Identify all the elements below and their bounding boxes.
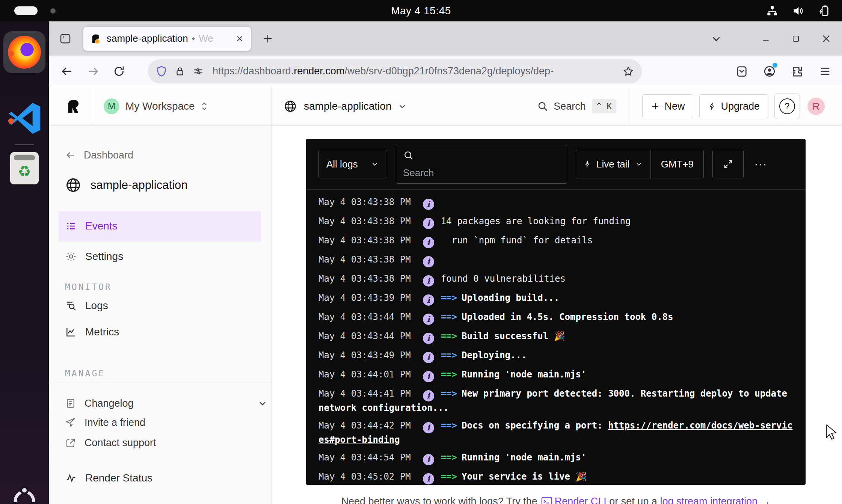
dock-item-trash[interactable]: ♻: [0, 152, 49, 184]
changelog-icon: [65, 398, 76, 409]
bookmark-star-icon[interactable]: [622, 65, 634, 77]
log-timestamp: May 4 03:43:49 PM: [318, 350, 411, 361]
maximize-button[interactable]: [791, 34, 801, 44]
tab-sample-application[interactable]: sample-application • We: [83, 27, 251, 51]
metrics-chart-icon: [65, 326, 77, 338]
sidebar-item-settings[interactable]: Settings: [49, 241, 271, 272]
sidebar-back-dashboard[interactable]: Dashboard: [49, 148, 271, 163]
app-header-right: Search ^ K New Upgrade ? R: [537, 87, 842, 125]
sidebar-item-render-status[interactable]: Render Status: [49, 469, 271, 487]
volume-icon[interactable]: [792, 5, 804, 17]
log-entry: May 4 03:43:44 PMi==>Build successful 🎉: [318, 330, 793, 344]
log-timestamp: May 4 03:43:38 PM: [318, 216, 411, 226]
expand-logs-button[interactable]: [712, 150, 744, 178]
sidebar-item-events[interactable]: Events: [59, 211, 261, 241]
sidebar-item-logs[interactable]: Logs: [49, 293, 271, 319]
live-tail-dropdown[interactable]: Live tail: [576, 150, 650, 178]
events-list-icon: [65, 220, 77, 232]
forward-icon[interactable]: [86, 65, 100, 78]
sidebar-item-changelog[interactable]: Changelog: [49, 394, 268, 412]
tab-favicon-render: [90, 33, 101, 44]
service-selector[interactable]: sample-application: [284, 100, 407, 113]
menu-hamburger-icon[interactable]: [819, 65, 831, 78]
info-badge-icon: i: [423, 473, 434, 484]
dock-item-vscode[interactable]: [0, 99, 49, 138]
log-entry: May 4 03:44:54 PMi==>Running 'node main.…: [318, 451, 793, 465]
url-text[interactable]: https://dashboard.render.com/web/srv-d0b…: [213, 65, 622, 77]
system-tray[interactable]: [766, 0, 831, 21]
pocket-save-icon[interactable]: [735, 65, 748, 78]
gear-icon: [65, 250, 77, 263]
network-icon[interactable]: [766, 5, 778, 17]
permissions-icon[interactable]: [192, 65, 204, 77]
changelog-chevron-icon: [257, 398, 268, 409]
firefox-view-icon[interactable]: [59, 32, 72, 45]
info-badge-icon: i: [423, 371, 434, 382]
workspace-avatar[interactable]: M: [104, 98, 119, 114]
sidebar-item-contact-support[interactable]: Contact support: [49, 433, 271, 453]
render-cli-link[interactable]: Render CLI: [555, 496, 607, 504]
log-filter-dropdown[interactable]: All logs: [318, 150, 387, 178]
info-badge-icon: i: [423, 237, 434, 248]
log-message: Uploaded in 4.5s. Compression took 0.8s: [462, 312, 673, 322]
workspace-name[interactable]: My Workspace: [125, 100, 195, 112]
info-badge-icon: i: [423, 199, 434, 210]
ubuntu-logo-icon: [10, 486, 39, 504]
battery-charging-icon[interactable]: [818, 5, 831, 17]
log-entry: May 4 03:45:02 PMi==>Your service is liv…: [318, 470, 793, 484]
minimize-button[interactable]: [761, 34, 771, 44]
log-message: Build successful 🎉: [462, 331, 565, 341]
tab-close-icon[interactable]: [235, 34, 244, 43]
lock-icon[interactable]: [174, 65, 186, 77]
live-tail-control[interactable]: Live tail GMT+9: [576, 150, 704, 178]
reload-icon[interactable]: [113, 65, 125, 78]
mouse-cursor: [823, 424, 839, 441]
log-timestamp: May 4 03:44:42 PM: [318, 420, 411, 431]
search-icon: [537, 101, 548, 112]
sidebar: Dashboard sample-application Events: [49, 126, 272, 504]
log-arrow: ==>: [441, 452, 457, 463]
list-all-tabs-chevron-icon[interactable]: [711, 33, 722, 44]
account-icon[interactable]: [763, 65, 776, 78]
app-body: Dashboard sample-application Events: [49, 126, 842, 504]
close-window-button[interactable]: [821, 33, 831, 44]
firefox-running-dot: [8, 51, 14, 56]
system-clock[interactable]: May 4 15:45: [0, 5, 842, 17]
workspace-switcher-chevrons-icon[interactable]: [200, 101, 208, 112]
log-search-input[interactable]: Search: [396, 145, 567, 184]
log-timestamp: May 4 03:43:44 PM: [318, 312, 411, 322]
dock-item-ubuntu[interactable]: [0, 486, 49, 504]
log-stream-integration-link[interactable]: log stream integration →: [660, 496, 770, 504]
log-timestamp: May 4 03:44:41 PM: [318, 388, 411, 399]
app-header-left: M My Workspace: [49, 87, 272, 125]
sidebar-service-name[interactable]: sample-application: [49, 176, 271, 194]
log-entry: May 4 03:43:39 PMi==>Uploading build...: [318, 291, 793, 306]
back-icon[interactable]: [60, 65, 74, 78]
render-logo[interactable]: [66, 98, 81, 114]
tracking-protection-shield-icon[interactable]: [155, 65, 167, 78]
sidebar-item-metrics[interactable]: Metrics: [49, 319, 271, 345]
sidebar-divider: [49, 382, 271, 382]
log-more-menu[interactable]: ⋯: [754, 157, 768, 172]
main-content: All logs Search: [272, 126, 842, 504]
global-search[interactable]: Search ^ K: [537, 99, 616, 113]
dock-item-firefox[interactable]: [0, 31, 49, 73]
upgrade-button[interactable]: Upgrade: [699, 94, 768, 118]
new-tab-button[interactable]: [262, 33, 273, 44]
help-button[interactable]: ?: [774, 94, 800, 119]
tab-title-separator: •: [192, 33, 195, 44]
user-avatar[interactable]: R: [807, 98, 825, 115]
render-app: M My Workspace sample-application: [49, 87, 842, 504]
timezone-button[interactable]: GMT+9: [651, 158, 703, 170]
external-link-icon: [65, 437, 76, 448]
log-entry: May 4 03:43:38 PMi: [318, 253, 793, 267]
new-button[interactable]: New: [642, 94, 693, 118]
url-prefix: https://dashboard.: [213, 65, 294, 77]
log-timestamp: May 4 03:44:54 PM: [318, 452, 411, 463]
sidebar-item-invite-a-friend[interactable]: Invite a friend: [49, 412, 271, 433]
url-bar[interactable]: https://dashboard.render.com/web/srv-d0b…: [148, 59, 642, 83]
extensions-icon[interactable]: [791, 65, 804, 78]
log-timestamp: May 4 03:43:39 PM: [318, 293, 411, 303]
info-badge-icon: i: [423, 390, 434, 401]
log-entry: May 4 03:43:38 PMi14 packages are lookin…: [318, 215, 793, 229]
